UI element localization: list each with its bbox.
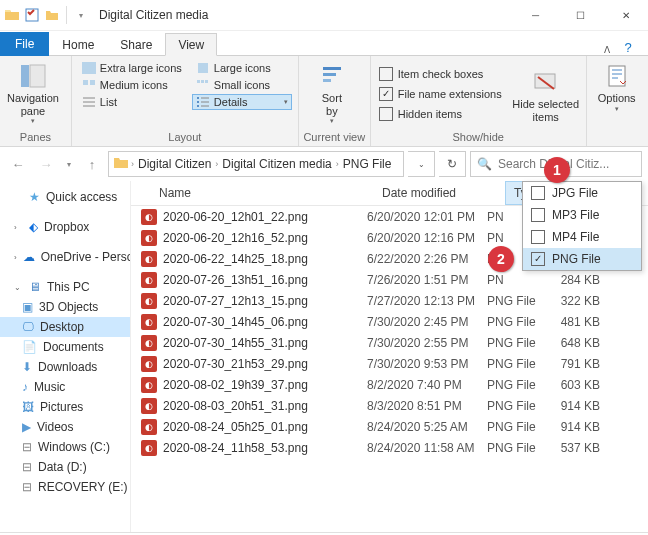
maximize-button[interactable]: ☐: [558, 0, 603, 30]
file-row[interactable]: ◐2020-08-02_19h39_37.png8/2/2020 7:40 PM…: [131, 374, 648, 395]
breadcrumb[interactable]: › Digital Citizen› Digital Citizen media…: [108, 151, 404, 177]
annotation-1: 1: [544, 157, 570, 183]
hide-selected-button[interactable]: Hide selected items: [508, 64, 584, 123]
file-row[interactable]: ◐2020-08-03_20h51_31.png8/3/2020 8:51 PM…: [131, 395, 648, 416]
file-type: PNG File: [487, 399, 545, 413]
png-file-icon: ◐: [141, 230, 157, 246]
file-name: 2020-06-20_12h16_52.png: [163, 231, 367, 245]
file-name: 2020-06-20_12h01_22.png: [163, 210, 367, 224]
file-type: PNG File: [487, 378, 545, 392]
help-icon[interactable]: ?: [616, 40, 648, 55]
qat-dropdown-icon[interactable]: ▾: [73, 7, 89, 23]
file-row[interactable]: ◐2020-07-27_12h13_15.png7/27/2020 12:13 …: [131, 290, 648, 311]
file-date: 8/24/2020 5:25 AM: [367, 420, 487, 434]
file-type: PNG File: [487, 357, 545, 371]
file-name: 2020-07-26_13h51_16.png: [163, 273, 367, 287]
collapse-ribbon-icon[interactable]: ᐱ: [604, 45, 616, 55]
file-row[interactable]: ◐2020-08-24_05h25_01.png8/24/2020 5:25 A…: [131, 416, 648, 437]
checkbox-file-extensions[interactable]: ✓File name extensions: [373, 84, 508, 104]
svg-rect-2: [30, 65, 45, 87]
file-date: 7/30/2020 9:53 PM: [367, 357, 487, 371]
file-date: 7/26/2020 1:51 PM: [367, 273, 487, 287]
minimize-button[interactable]: ─: [513, 0, 558, 30]
sidebar-documents[interactable]: 📄Documents: [0, 337, 130, 357]
properties-icon[interactable]: [24, 7, 40, 23]
file-type: PN: [487, 273, 545, 287]
navigation-pane-label: Navigation pane: [7, 92, 59, 117]
sidebar-desktop[interactable]: 🖵Desktop: [0, 317, 130, 337]
svg-rect-7: [197, 80, 200, 83]
sidebar-videos[interactable]: ▶Videos: [0, 417, 130, 437]
addr-dropdown-icon[interactable]: ⌄: [408, 151, 435, 177]
sidebar-3d-objects[interactable]: ▣3D Objects: [0, 297, 130, 317]
tab-home[interactable]: Home: [49, 33, 107, 56]
sidebar-quick-access[interactable]: ★Quick access: [0, 187, 130, 207]
svg-rect-8: [201, 80, 204, 83]
checkbox-hidden-items[interactable]: Hidden items: [373, 104, 508, 124]
filter-option[interactable]: ✓PNG File: [523, 248, 641, 270]
sidebar-pictures[interactable]: 🖼Pictures: [0, 397, 130, 417]
sidebar-dropbox[interactable]: ›⬖Dropbox: [0, 217, 130, 237]
file-row[interactable]: ◐2020-07-30_14h45_06.png7/30/2020 2:45 P…: [131, 311, 648, 332]
file-type: PNG File: [487, 315, 545, 329]
file-name: 2020-08-02_19h39_37.png: [163, 378, 367, 392]
sidebar-onedrive[interactable]: ›☁OneDrive - Person: [0, 247, 130, 267]
file-size: 481 KB: [545, 315, 600, 329]
sidebar-windows-c[interactable]: ⊟Windows (C:): [0, 437, 130, 457]
file-type: PNG File: [487, 336, 545, 350]
tab-share[interactable]: Share: [107, 33, 165, 56]
filter-option[interactable]: MP3 File: [523, 204, 641, 226]
column-name[interactable]: Name: [131, 186, 374, 200]
file-date: 6/20/2020 12:16 PM: [367, 231, 487, 245]
sidebar-data-d[interactable]: ⊟Data (D:): [0, 457, 130, 477]
forward-button[interactable]: →: [34, 152, 58, 176]
layout-large[interactable]: Large icons: [192, 60, 292, 76]
file-row[interactable]: ◐2020-07-30_14h55_31.png7/30/2020 2:55 P…: [131, 332, 648, 353]
column-date[interactable]: Date modified: [374, 186, 505, 200]
tab-file[interactable]: File: [0, 32, 49, 56]
file-date: 7/30/2020 2:55 PM: [367, 336, 487, 350]
layout-small[interactable]: Small icons: [192, 77, 292, 93]
sidebar-this-pc[interactable]: ⌄🖥This PC: [0, 277, 130, 297]
sidebar-downloads[interactable]: ⬇Downloads: [0, 357, 130, 377]
png-file-icon: ◐: [141, 398, 157, 414]
navigation-pane-button[interactable]: Navigation pane ▾: [2, 58, 64, 125]
layout-list[interactable]: List: [78, 94, 188, 110]
sort-by-button[interactable]: Sort by ▾: [301, 58, 363, 125]
svg-rect-9: [205, 80, 208, 83]
layout-details[interactable]: Details▾: [192, 94, 292, 110]
recent-dropdown[interactable]: ▾: [62, 152, 76, 176]
filter-option[interactable]: MP4 File: [523, 226, 641, 248]
png-file-icon: ◐: [141, 293, 157, 309]
search-icon: 🔍: [477, 157, 492, 171]
group-label-show-hide: Show/hide: [373, 129, 584, 146]
tab-view[interactable]: View: [165, 33, 217, 56]
file-row[interactable]: ◐2020-07-30_21h53_29.png7/30/2020 9:53 P…: [131, 353, 648, 374]
svg-rect-22: [535, 74, 555, 88]
file-name: 2020-06-22_14h25_18.png: [163, 252, 367, 266]
checkbox-item-checkboxes[interactable]: Item check boxes: [373, 64, 508, 84]
png-file-icon: ◐: [141, 251, 157, 267]
sidebar-recovery-e[interactable]: ⊟RECOVERY (E:): [0, 477, 130, 497]
new-folder-icon[interactable]: [44, 7, 60, 23]
file-name: 2020-07-30_21h53_29.png: [163, 357, 367, 371]
svg-rect-1: [21, 65, 29, 87]
sidebar: ★Quick access ›⬖Dropbox ›☁OneDrive - Per…: [0, 181, 131, 532]
ribbon-tabs: File Home Share View ᐱ ?: [0, 31, 648, 56]
back-button[interactable]: ←: [6, 152, 30, 176]
close-button[interactable]: ✕: [603, 0, 648, 30]
sidebar-music[interactable]: ♪Music: [0, 377, 130, 397]
file-type: PNG File: [487, 294, 545, 308]
up-button[interactable]: ↑: [80, 152, 104, 176]
file-name: 2020-08-24_05h25_01.png: [163, 420, 367, 434]
file-size: 284 KB: [545, 273, 600, 287]
layout-medium[interactable]: Medium icons: [78, 77, 188, 93]
file-name: 2020-07-30_14h55_31.png: [163, 336, 367, 350]
file-row[interactable]: ◐2020-08-24_11h58_53.png8/24/2020 11:58 …: [131, 437, 648, 458]
filter-option[interactable]: JPG File: [523, 182, 641, 204]
layout-extra-large[interactable]: Extra large icons: [78, 60, 188, 76]
options-button[interactable]: Options ▾: [589, 58, 645, 113]
file-row[interactable]: ◐2020-07-26_13h51_16.png7/26/2020 1:51 P…: [131, 269, 648, 290]
refresh-button[interactable]: ↻: [439, 151, 466, 177]
svg-rect-13: [197, 97, 199, 99]
